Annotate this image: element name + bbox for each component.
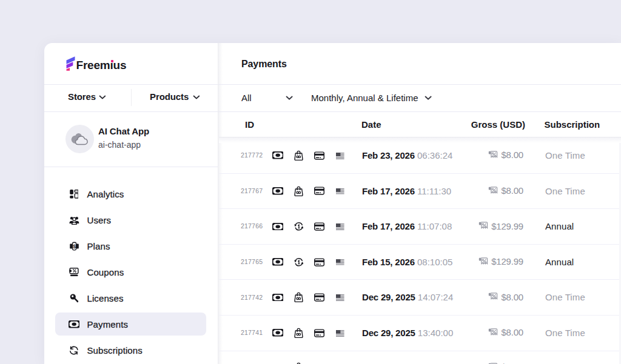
svg-text:$: $ — [73, 243, 76, 250]
